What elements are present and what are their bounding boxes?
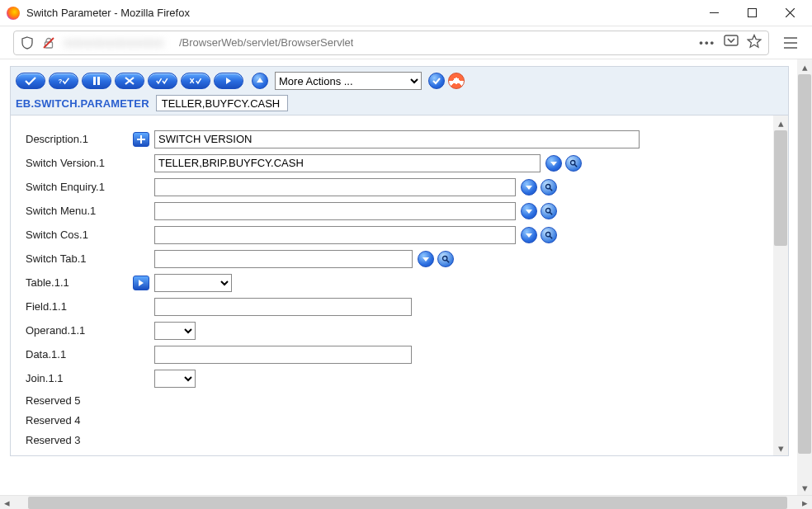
- label-reserved5: Reserved 5: [26, 394, 133, 407]
- record-id-field[interactable]: TELLER,BUYFCY.CASH: [156, 95, 288, 111]
- commit-button[interactable]: [16, 73, 45, 89]
- tracking-shield-icon[interactable]: [21, 36, 34, 49]
- scroll-up-arrow-icon[interactable]: ▴: [797, 59, 812, 74]
- lookup-icon[interactable]: [541, 227, 557, 243]
- reverse-button[interactable]: [181, 73, 210, 89]
- select-join[interactable]: [154, 370, 196, 388]
- svg-rect-5: [97, 77, 100, 85]
- help-icon[interactable]: [448, 73, 465, 89]
- input-data[interactable]: [154, 346, 412, 364]
- input-switch-enquiry[interactable]: [154, 178, 516, 196]
- label-reserved2: Reserved 2: [26, 454, 133, 457]
- window-title: Switch Parameter - Mozilla Firefox: [26, 7, 695, 19]
- page-actions-icon[interactable]: •••: [699, 36, 715, 49]
- select-table[interactable]: [154, 274, 232, 292]
- dropdown-icon[interactable]: [545, 155, 562, 172]
- label-join: Join.1.1: [26, 372, 133, 384]
- dropdown-icon[interactable]: [521, 203, 537, 219]
- svg-point-7: [546, 184, 550, 188]
- label-switch-enquiry: Switch Enquiry.1: [26, 181, 133, 193]
- form-scrollbar[interactable]: ▴ ▾: [773, 115, 788, 455]
- label-data: Data.1.1: [26, 348, 133, 361]
- label-operand: Operand.1.1: [26, 324, 133, 337]
- input-field[interactable]: [154, 298, 412, 316]
- url-input[interactable]: XXXXXXXXXXXXXX /BrowserWeb/servlet/Brows…: [13, 31, 769, 55]
- dropdown-icon[interactable]: [418, 251, 434, 267]
- label-switch-cos: Switch Cos.1: [26, 229, 133, 241]
- close-window-button[interactable]: [771, 1, 809, 26]
- lookup-icon[interactable]: [541, 203, 557, 219]
- scroll-down-arrow-icon[interactable]: ▾: [773, 441, 788, 455]
- input-switch-version[interactable]: [154, 154, 541, 172]
- svg-point-10: [443, 256, 447, 260]
- input-description[interactable]: [154, 130, 640, 148]
- scroll-down-arrow-icon[interactable]: ▾: [797, 480, 812, 495]
- maximize-button[interactable]: [733, 1, 771, 26]
- validate-button[interactable]: ?: [49, 73, 78, 89]
- authorise-button[interactable]: [148, 73, 177, 89]
- browser-menu-button[interactable]: [774, 31, 807, 55]
- scroll-up-arrow-icon[interactable]: ▴: [773, 115, 788, 130]
- label-switch-menu: Switch Menu.1: [26, 205, 133, 217]
- minimize-button[interactable]: [695, 1, 733, 26]
- label-reserved3: Reserved 3: [26, 434, 133, 446]
- svg-text:?: ?: [59, 78, 63, 85]
- bookmark-star-icon[interactable]: [747, 34, 762, 51]
- svg-point-6: [571, 160, 575, 164]
- svg-rect-4: [93, 77, 96, 85]
- delete-button[interactable]: [115, 73, 144, 89]
- url-path: /BrowserWeb/servlet/BrowserServlet: [179, 36, 353, 49]
- firefox-logo-icon: [7, 7, 20, 20]
- window-title-bar: Switch Parameter - Mozilla Firefox: [0, 0, 812, 26]
- go-button[interactable]: [428, 73, 445, 89]
- subvalue-expand-icon[interactable]: [133, 276, 149, 290]
- app-name-label: EB.SWITCH.PARAMETER: [16, 97, 149, 110]
- dropdown-icon[interactable]: [521, 227, 537, 243]
- more-actions-select[interactable]: More Actions ...: [275, 72, 422, 90]
- up-button[interactable]: [252, 73, 268, 89]
- lookup-icon[interactable]: [565, 155, 582, 172]
- label-description: Description.1: [26, 133, 133, 145]
- lookup-icon[interactable]: [541, 179, 557, 196]
- page-scrollbar[interactable]: ▴ ▾: [797, 59, 812, 495]
- svg-rect-0: [748, 9, 756, 17]
- window-controls: [695, 1, 809, 26]
- svg-point-9: [546, 232, 550, 236]
- label-switch-version: Switch Version.1: [26, 157, 133, 169]
- input-switch-menu[interactable]: [154, 202, 516, 220]
- lookup-icon[interactable]: [437, 251, 454, 267]
- record-form: Description.1 Switch Version.1 Switch En…: [10, 115, 789, 456]
- scroll-left-arrow-icon[interactable]: ◂: [0, 496, 14, 510]
- label-field: Field.1.1: [26, 300, 133, 313]
- label-table: Table.1.1: [26, 276, 133, 289]
- record-toolbar: ? More Actions ... EB.SWITCH.PARAMETER T…: [10, 66, 789, 115]
- label-switch-tab: Switch Tab.1: [26, 252, 133, 265]
- input-switch-tab[interactable]: [154, 250, 413, 268]
- scroll-right-arrow-icon[interactable]: ▸: [798, 496, 812, 510]
- hold-button[interactable]: [82, 73, 111, 89]
- insecure-connection-icon[interactable]: [42, 36, 55, 49]
- page-scroll-thumb[interactable]: [798, 74, 811, 454]
- form-scroll-thumb[interactable]: [774, 130, 787, 246]
- url-host-obscured: XXXXXXXXXXXXXX: [64, 37, 179, 49]
- browser-address-bar: XXXXXXXXXXXXXX /BrowserWeb/servlet/Brows…: [0, 26, 812, 59]
- page-content: ? More Actions ... EB.SWITCH.PARAMETER T…: [0, 59, 812, 495]
- horizontal-scrollbar[interactable]: ◂ ▸: [0, 495, 812, 509]
- dropdown-icon[interactable]: [521, 179, 537, 196]
- input-switch-cos[interactable]: [154, 226, 516, 244]
- next-button[interactable]: [214, 73, 243, 89]
- svg-rect-2: [725, 35, 738, 45]
- multivalue-add-icon[interactable]: [133, 132, 149, 147]
- svg-point-8: [546, 208, 550, 212]
- h-scroll-thumb[interactable]: [28, 497, 787, 509]
- select-operand[interactable]: [154, 322, 196, 340]
- reader-pocket-icon[interactable]: [724, 35, 739, 50]
- label-reserved4: Reserved 4: [26, 414, 133, 427]
